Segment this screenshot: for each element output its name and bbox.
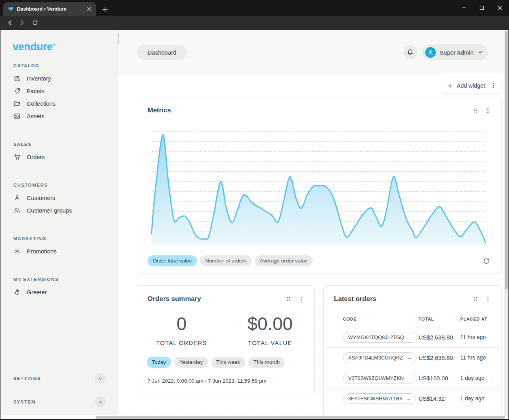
vertical-scrollbar[interactable]: [504, 30, 508, 416]
column-header-code: CODE: [343, 317, 419, 321]
chevron-down-icon[interactable]: [95, 373, 106, 384]
assets-icon: [13, 112, 20, 119]
plus-icon: [447, 83, 453, 89]
order-row: WYMGK4TQQ8JL2TGQ→US$2,638.8011 hrs ago: [324, 327, 501, 348]
sidebar-item-label: Collections: [27, 100, 55, 107]
browser-toolbar: localhost:3000/admin/: [0, 16, 509, 30]
sidebar-item-assets[interactable]: Assets: [1, 110, 118, 122]
sidebar-item-promotions[interactable]: Promotions: [1, 245, 118, 257]
period-pill-yesterday[interactable]: Yesterday: [174, 357, 208, 368]
facets-icon: [13, 87, 20, 94]
latest-orders-table: CODETOTALPLACED AT WYMGK4TQQ8JL2TGQ→US$2…: [324, 311, 501, 409]
order-code-text: V3T6BW8ZQLWMYZKN: [348, 375, 404, 381]
metric-pill-average-order-value[interactable]: Average order value: [255, 255, 313, 266]
horizontal-scrollbar[interactable]: [1, 415, 504, 419]
orders-icon: [13, 153, 20, 160]
user-avatar: [425, 47, 436, 58]
sidebar-item-label: Facets: [27, 88, 44, 94]
vendure-logo: vendure®: [1, 30, 118, 53]
arrow-right-icon: →: [407, 376, 412, 381]
sidebar-item-label: Assets: [27, 113, 44, 119]
order-total: US$2,638.80: [419, 334, 460, 341]
kebab-menu-icon[interactable]: [485, 296, 491, 302]
back-button-icon[interactable]: [5, 18, 15, 28]
sidebar-section-my-extensions: MY EXTENSIONSGreeter: [1, 277, 118, 298]
forward-button-icon[interactable]: [17, 18, 28, 28]
metric-pill-number-of-orders[interactable]: Number of orders: [200, 255, 252, 266]
sidebar-section-heading: MY EXTENSIONS: [13, 277, 105, 282]
promotions-icon: [13, 248, 20, 255]
sidebar-item-customers[interactable]: Customers: [1, 191, 118, 204]
metrics-chart: [151, 131, 486, 245]
drag-handle-icon[interactable]: [473, 296, 478, 302]
order-total: US$14.32: [419, 395, 460, 402]
order-code-link[interactable]: XSA9PD4LM3CGAQRZ→: [343, 352, 417, 363]
order-code-link[interactable]: WYMGK4TQQ8JL2TGQ→: [343, 332, 418, 343]
column-header-placed-at: PLACED AT: [460, 317, 502, 321]
metric-pill-order-total-value[interactable]: Order total value: [148, 255, 197, 266]
dashboard-content: Add widget Metrics: [118, 74, 505, 416]
sidebar-item-settings[interactable]: SETTINGS: [13, 373, 106, 384]
bell-icon: [407, 49, 414, 56]
order-row: XSA9PD4LM3CGAQRZ→US$2,638.8011 hrs ago: [324, 348, 501, 368]
new-tab-button[interactable]: [101, 5, 109, 14]
arrow-right-icon: →: [408, 335, 413, 340]
order-code-link[interactable]: V3T6BW8ZQLWMYZKN→: [343, 373, 417, 383]
system-section-label: SYSTEM: [13, 400, 36, 404]
drag-handle-icon[interactable]: [286, 296, 291, 302]
kebab-menu-icon[interactable]: [490, 83, 496, 89]
reload-button-icon[interactable]: [30, 18, 40, 28]
tab-title: Dashboard • Vendure: [17, 6, 83, 12]
browser-tab[interactable]: Dashboard • Vendure: [3, 2, 96, 16]
window-close-button[interactable]: [491, 0, 509, 16]
order-code-text: WYMGK4TQQ8JL2TGQ: [348, 334, 404, 340]
total-orders-value: 0: [137, 313, 226, 334]
drag-handle-icon[interactable]: [473, 108, 478, 114]
notifications-button[interactable]: [403, 45, 417, 59]
sidebar-item-inventory[interactable]: Inventory: [1, 72, 118, 84]
tab-close-icon[interactable]: [86, 6, 93, 13]
order-code-text: 3FY7FSCWSHMA11HX: [348, 396, 402, 402]
add-widget-button[interactable]: Add widget: [442, 78, 502, 94]
window-maximize-button[interactable]: [473, 0, 491, 16]
refresh-button[interactable]: [481, 255, 492, 266]
sidebar-item-orders[interactable]: Orders: [1, 150, 118, 163]
latest-orders-widget: Latest orders CODETOTALPLACED AT WYMGK4T…: [323, 285, 502, 416]
vertical-scrollbar-thumb[interactable]: [505, 31, 508, 290]
greeter-icon: [13, 288, 20, 295]
user-menu-button[interactable]: Super Admin: [422, 44, 488, 60]
kebab-menu-icon[interactable]: [298, 296, 304, 302]
period-pill-today[interactable]: Today: [147, 357, 171, 368]
order-code-link[interactable]: 3FY7FSCWSHMA11HX→: [343, 393, 416, 404]
order-row: 3FY7FSCWSHMA11HX→US$14.321 day ago: [324, 389, 501, 409]
breadcrumb[interactable]: Dashboard: [137, 45, 187, 60]
period-pill-this-week[interactable]: This week: [211, 357, 245, 368]
horizontal-scrollbar-thumb[interactable]: [96, 416, 505, 419]
metrics-legend: Order total valueNumber of ordersAverage…: [148, 255, 313, 266]
orders-summary-widget: Orders summary 0 TOTAL ORDERS $0.00: [137, 285, 315, 394]
sidebar-item-label: Orders: [27, 154, 45, 160]
order-total: US$120.00: [419, 375, 460, 381]
latest-orders-title: Latest orders: [334, 295, 376, 303]
period-pill-this-month[interactable]: This month: [248, 357, 285, 368]
sidebar-section-heading: MARKETING: [13, 236, 105, 241]
sidebar-item-label: Promotions: [27, 248, 57, 255]
sidebar-item-facets[interactable]: Facets: [1, 84, 118, 97]
sidebar-item-customer-groups[interactable]: Customer groups: [1, 204, 118, 216]
browser-window: Dashboard • Vendure: [0, 0, 509, 420]
vendure-favicon-icon: [7, 6, 14, 12]
order-placed-at: 11 hrs ago: [460, 334, 502, 341]
sidebar-item-greeter[interactable]: Greeter: [1, 286, 118, 298]
user-name: Super Admin: [440, 49, 474, 56]
sidebar-item-system[interactable]: SYSTEM: [13, 396, 106, 407]
sidebar-item-collections[interactable]: Collections: [1, 97, 118, 110]
arrow-right-icon: →: [406, 355, 411, 360]
window-minimize-button[interactable]: [455, 0, 473, 16]
order-placed-at: 1 day ago: [460, 395, 502, 402]
chevron-down-icon[interactable]: [95, 396, 106, 407]
orders-table-body: WYMGK4TQQ8JL2TGQ→US$2,638.8011 hrs agoXS…: [324, 327, 501, 409]
kebab-menu-icon[interactable]: [485, 108, 491, 114]
order-total: US$2,638.80: [419, 354, 460, 361]
order-placed-at: 1 day ago: [460, 375, 502, 382]
total-value-value: $0.00: [226, 313, 314, 334]
